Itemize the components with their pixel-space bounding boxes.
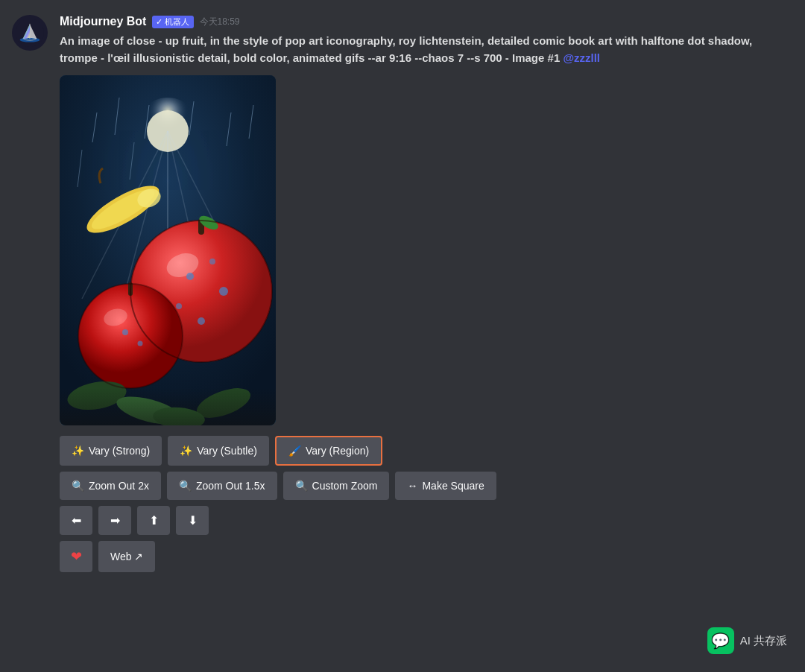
vary-buttons-row: ✨ Vary (Strong) ✨ Vary (Subtle) 🖌️ Vary … — [60, 436, 793, 466]
zoom-out-1-5x-button[interactable]: 🔍 Zoom Out 1.5x — [167, 472, 277, 500]
arrow-up-icon: ⬆ — [149, 513, 159, 527]
svg-point-34 — [198, 317, 205, 325]
zoom-buttons-row: 🔍 Zoom Out 2x 🔍 Zoom Out 1.5x 🔍 Custom Z… — [60, 472, 793, 500]
zoom-out-2x-icon: 🔍 — [72, 480, 84, 492]
image-container — [60, 75, 793, 425]
message-container: Midjourney Bot ✓ 机器人 今天18:59 An image of… — [12, 15, 793, 572]
vary-strong-icon: ✨ — [72, 445, 84, 457]
custom-zoom-icon: 🔍 — [295, 480, 308, 492]
vary-strong-label: Vary (Strong) — [89, 445, 150, 457]
action-buttons-row: ❤ Web ↗ — [60, 541, 793, 572]
arrow-down-button[interactable]: ⬇ — [176, 506, 209, 535]
vary-region-label: Vary (Region) — [306, 445, 369, 457]
arrow-left-icon: ⬅ — [72, 513, 81, 527]
zoom-out-1-5x-label: Zoom Out 1.5x — [196, 480, 265, 492]
prompt-content: An image of close - up fruit, in the sty… — [60, 34, 752, 64]
custom-zoom-button[interactable]: 🔍 Custom Zoom — [283, 472, 390, 500]
watermark-icon: 💬 — [707, 627, 734, 654]
vary-subtle-button[interactable]: ✨ Vary (Subtle) — [168, 436, 269, 466]
web-button[interactable]: Web ↗ — [98, 541, 155, 572]
zoom-out-2x-label: Zoom Out 2x — [89, 480, 149, 492]
vary-subtle-icon: ✨ — [180, 445, 192, 457]
watermark-text: AI 共存派 — [740, 634, 787, 648]
custom-zoom-label: Custom Zoom — [312, 480, 378, 492]
message-content: Midjourney Bot ✓ 机器人 今天18:59 An image of… — [60, 15, 793, 572]
svg-point-39 — [138, 341, 143, 346]
svg-point-38 — [122, 329, 128, 335]
heart-button[interactable]: ❤ — [60, 541, 92, 572]
make-square-button[interactable]: ↔ Make Square — [395, 472, 496, 500]
vary-subtle-label: Vary (Subtle) — [197, 445, 257, 457]
avatar — [12, 15, 48, 51]
svg-rect-46 — [60, 388, 276, 425]
web-label: Web ↗ — [110, 551, 143, 562]
heart-icon: ❤ — [71, 548, 82, 565]
watermark: 💬 AI 共存派 — [707, 627, 787, 654]
svg-point-33 — [176, 303, 182, 309]
bot-name: Midjourney Bot — [60, 15, 146, 28]
vary-region-icon: 🖌️ — [288, 445, 301, 457]
arrow-down-icon: ⬇ — [188, 513, 198, 527]
buttons-area: ✨ Vary (Strong) ✨ Vary (Subtle) 🖌️ Vary … — [60, 436, 793, 572]
arrow-right-icon: ➡ — [110, 513, 120, 527]
arrow-right-button[interactable]: ➡ — [98, 506, 131, 535]
timestamp: 今天18:59 — [200, 16, 240, 28]
zoom-out-1-5x-icon: 🔍 — [179, 480, 192, 492]
message-header: Midjourney Bot ✓ 机器人 今天18:59 — [60, 15, 793, 28]
mention: @zzzlll — [563, 51, 600, 64]
arrow-left-button[interactable]: ⬅ — [60, 506, 92, 535]
svg-point-32 — [219, 287, 228, 296]
make-square-icon: ↔ — [407, 480, 417, 492]
generated-image — [60, 75, 276, 425]
make-square-label: Make Square — [422, 480, 484, 492]
svg-point-30 — [186, 273, 194, 280]
vary-region-button[interactable]: 🖌️ Vary (Region) — [275, 436, 382, 466]
arrow-up-button[interactable]: ⬆ — [137, 506, 170, 535]
bot-badge: ✓ 机器人 — [152, 16, 193, 28]
arrow-buttons-row: ⬅ ➡ ⬆ ⬇ — [60, 506, 793, 535]
svg-point-31 — [209, 259, 215, 264]
prompt-text: An image of close - up fruit, in the sty… — [60, 33, 793, 66]
vary-strong-button[interactable]: ✨ Vary (Strong) — [60, 436, 162, 466]
zoom-out-2x-button[interactable]: 🔍 Zoom Out 2x — [60, 472, 161, 500]
